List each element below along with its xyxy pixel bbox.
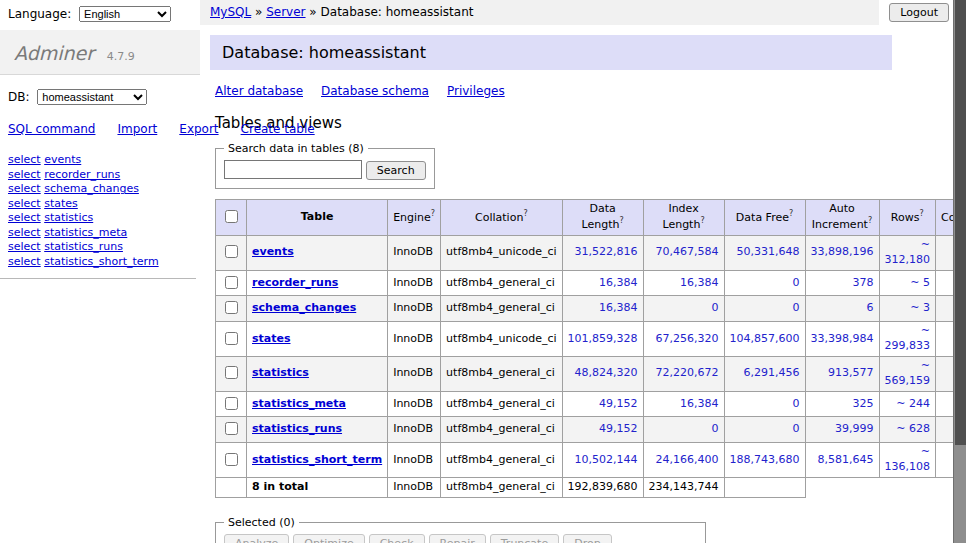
sidebar-table-item: select statistics_runs [8, 240, 200, 253]
auto-increment-cell: 8,581,645 [805, 443, 879, 478]
sidebar-tables: select eventsselect recorder_runsselect … [8, 153, 200, 268]
engine-cell: InnoDB [388, 417, 441, 443]
table-link[interactable]: recorder_runs [44, 168, 120, 181]
link[interactable]: Alter database [215, 84, 303, 98]
search-input[interactable] [224, 160, 362, 179]
grid-header-row: TableEngine?Collation?Data Length?Index … [216, 199, 966, 235]
row-checkbox[interactable] [225, 453, 238, 466]
table-name-link[interactable]: recorder_runs [252, 276, 338, 289]
table-name-link[interactable]: statistics_meta [252, 397, 346, 410]
data-length-total-cell: 192,839,680 [562, 477, 643, 497]
row-checkbox[interactable] [225, 422, 238, 435]
help-icon: ? [700, 216, 704, 225]
sidebar-link[interactable]: Export [179, 122, 218, 136]
table-link[interactable]: schema_changes [44, 182, 139, 195]
vertical-scrollbar[interactable] [953, 0, 966, 543]
app-name[interactable]: Adminer [14, 42, 94, 64]
table-name-cell: statistics_runs [247, 417, 388, 443]
checkbox-cell [216, 417, 247, 443]
drop-button[interactable]: Drop [563, 534, 611, 543]
data-free-cell: 50,331,648 [724, 235, 805, 270]
table-link[interactable]: events [44, 153, 81, 166]
index-length-cell: 16,384 [643, 270, 724, 296]
table-name-cell: statistics_meta [247, 391, 388, 417]
search-button[interactable]: Search [366, 161, 426, 180]
analyze-button[interactable]: Analyze [224, 534, 289, 543]
table-name-cell: statistics_short_term [247, 443, 388, 478]
column-header: Engine? [388, 199, 441, 235]
table-row: statistics_short_termInnoDButf8mb4_gener… [216, 443, 966, 478]
table-link[interactable]: statistics_runs [44, 240, 123, 253]
checkbox-cell [216, 477, 247, 497]
sidebar-link[interactable]: Import [117, 122, 157, 136]
breadcrumb-item[interactable]: MySQL [210, 5, 251, 19]
sidebar-table-item: select recorder_runs [8, 168, 200, 181]
link[interactable]: Database schema [321, 84, 429, 98]
breadcrumb-separator: » [306, 5, 321, 19]
select-link[interactable]: select [8, 211, 41, 224]
sidebar-link[interactable]: SQL command [8, 122, 95, 136]
table-name-link[interactable]: events [252, 245, 294, 258]
index-length-cell: 0 [643, 296, 724, 322]
rows-cell: ~ 299,833 [879, 322, 935, 357]
row-checkbox[interactable] [225, 397, 238, 410]
index-length-cell: 24,166,400 [643, 443, 724, 478]
table-name-link[interactable]: states [252, 332, 291, 345]
table-name-link[interactable]: schema_changes [252, 301, 356, 314]
engine-cell: InnoDB [388, 296, 441, 322]
select-link[interactable]: select [8, 240, 41, 253]
row-checkbox[interactable] [225, 366, 238, 379]
language-select[interactable]: English [79, 6, 171, 22]
scrollbar-thumb[interactable] [955, 0, 966, 445]
truncate-button[interactable]: Truncate [490, 534, 559, 543]
breadcrumb-item[interactable]: Server [266, 5, 305, 19]
table-link[interactable]: states [44, 197, 78, 210]
table-row: eventsInnoDButf8mb4_unicode_ci31,522,816… [216, 235, 966, 270]
page-title: Database: homeassistant [210, 35, 892, 70]
grid-body: eventsInnoDButf8mb4_unicode_ci31,522,816… [216, 235, 966, 497]
sidebar-table-item: select events [8, 153, 200, 166]
data-free-total-cell [724, 477, 805, 497]
column-header: Auto Increment? [805, 199, 879, 235]
check-button[interactable]: Check [369, 534, 425, 543]
row-checkbox[interactable] [225, 301, 238, 314]
table-name-link[interactable]: statistics [252, 366, 309, 379]
row-checkbox[interactable] [225, 332, 238, 345]
sidebar-link[interactable]: Create table [241, 122, 315, 136]
breadcrumb-item: Database: homeassistant [321, 5, 474, 19]
data-length-cell: 49,152 [562, 391, 643, 417]
logout-button[interactable]: Logout [889, 3, 949, 22]
auto-increment-cell: 325 [805, 391, 879, 417]
checkbox-cell [216, 322, 247, 357]
repair-button[interactable]: Repair [429, 534, 486, 543]
table-name-link[interactable]: statistics_short_term [252, 453, 382, 466]
optimize-button[interactable]: Optimize [293, 534, 364, 543]
data-length-cell: 16,384 [562, 296, 643, 322]
table-name-cell: statistics [247, 356, 388, 391]
db-select[interactable]: homeassistant [37, 89, 147, 105]
select-link[interactable]: select [8, 153, 41, 166]
selected-fieldset: Selected (0) AnalyzeOptimizeCheckRepairT… [215, 516, 706, 543]
select-link[interactable]: select [8, 255, 41, 268]
search-fieldset: Search data in tables (8) Search [215, 142, 435, 189]
row-checkbox[interactable] [225, 245, 238, 258]
column-header: Collation? [441, 199, 562, 235]
collation-cell: utf8mb4_unicode_ci [441, 235, 562, 270]
select-link[interactable]: select [8, 168, 41, 181]
select-link[interactable]: select [8, 226, 41, 239]
total-label-cell: 8 in total [247, 477, 388, 497]
table-row: statesInnoDButf8mb4_unicode_ci101,859,32… [216, 322, 966, 357]
table-link[interactable]: statistics_meta [44, 226, 127, 239]
select-all-checkbox[interactable] [225, 210, 238, 223]
select-link[interactable]: select [8, 182, 41, 195]
table-link[interactable]: statistics [44, 211, 93, 224]
table-link[interactable]: statistics_short_term [44, 255, 158, 268]
data-length-cell: 31,522,816 [562, 235, 643, 270]
select-all-header [216, 199, 247, 235]
select-link[interactable]: select [8, 197, 41, 210]
row-checkbox[interactable] [225, 276, 238, 289]
table-name-link[interactable]: statistics_runs [252, 422, 342, 435]
link[interactable]: Privileges [447, 84, 505, 98]
checkbox-cell [216, 443, 247, 478]
collation-cell: utf8mb4_general_ci [441, 391, 562, 417]
